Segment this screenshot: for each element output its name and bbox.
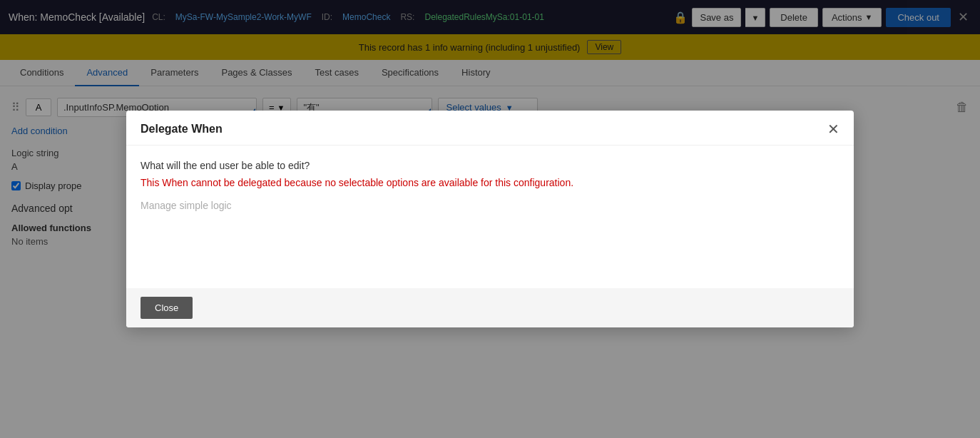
modal-close-footer-button[interactable]: Close [141, 297, 193, 319]
modal-error: This When cannot be delegated because no… [141, 177, 839, 188]
modal-overlay: Delegate When ✕ What will the end user b… [0, 0, 980, 438]
modal-title: Delegate When [141, 123, 223, 136]
delegate-when-modal: Delegate When ✕ What will the end user b… [126, 111, 854, 327]
modal-footer: Close [126, 288, 854, 327]
modal-manage-label: Manage simple logic [141, 200, 839, 211]
modal-body: What will the end user be able to edit? … [126, 146, 854, 288]
modal-question: What will the end user be able to edit? [141, 160, 839, 171]
modal-header: Delegate When ✕ [126, 111, 854, 146]
modal-close-button[interactable]: ✕ [827, 122, 839, 136]
